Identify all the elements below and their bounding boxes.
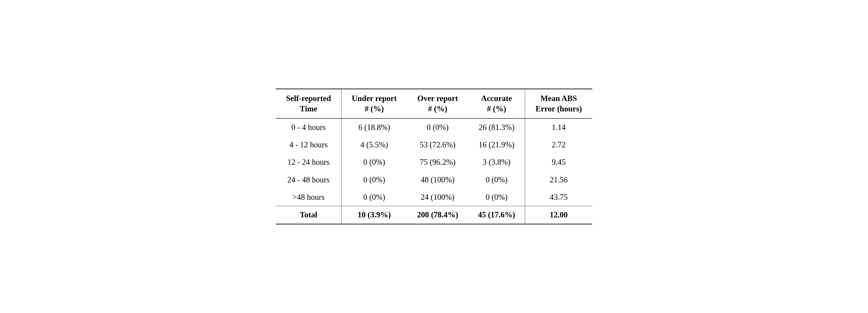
cell-time: 12 - 24 hours: [276, 153, 341, 171]
total-row: Total 10 (3.9%) 200 (78.4%) 45 (17.6%) 1…: [276, 206, 592, 224]
cell-time: 4 - 12 hours: [276, 136, 341, 153]
cell-under: 4 (5.5%): [341, 136, 407, 153]
cell-over: 0 (0%): [407, 118, 468, 136]
cell-mean: 2.72: [525, 136, 592, 153]
cell-over: 48 (100%): [407, 171, 468, 188]
header-col3: Over report # (%): [407, 89, 468, 118]
table-container: Self-reported Time Under report # (%) Ov…: [276, 89, 592, 224]
header-col4: Accurate # (%): [468, 89, 525, 118]
header-col1: Self-reported Time: [276, 89, 341, 118]
table-row: 4 - 12 hours 4 (5.5%) 53 (72.6%) 16 (21.…: [276, 136, 592, 153]
cell-accurate: 16 (21.9%): [468, 136, 525, 153]
cell-time: 24 - 48 hours: [276, 171, 341, 188]
table-row: 0 - 4 hours 6 (18.8%) 0 (0%) 26 (81.3%) …: [276, 118, 592, 136]
data-table: Self-reported Time Under report # (%) Ov…: [276, 89, 592, 224]
cell-over: 75 (96.2%): [407, 153, 468, 171]
header-row: Self-reported Time Under report # (%) Ov…: [276, 89, 592, 118]
cell-mean: 43.75: [525, 188, 592, 206]
header-col5: Mean ABS Error (hours): [525, 89, 592, 118]
total-accurate: 45 (17.6%): [468, 206, 525, 224]
header-col2: Under report # (%): [341, 89, 407, 118]
total-label: Total: [276, 206, 341, 224]
cell-mean: 21.56: [525, 171, 592, 188]
cell-under: 0 (0%): [341, 188, 407, 206]
cell-accurate: 0 (0%): [468, 188, 525, 206]
cell-accurate: 3 (3.8%): [468, 153, 525, 171]
cell-mean: 9.45: [525, 153, 592, 171]
cell-under: 6 (18.8%): [341, 118, 407, 136]
total-under: 10 (3.9%): [341, 206, 407, 224]
cell-time: 0 - 4 hours: [276, 118, 341, 136]
table-row: 12 - 24 hours 0 (0%) 75 (96.2%) 3 (3.8%)…: [276, 153, 592, 171]
cell-under: 0 (0%): [341, 153, 407, 171]
cell-over: 24 (100%): [407, 188, 468, 206]
total-mean: 12.00: [525, 206, 592, 224]
cell-over: 53 (72.6%): [407, 136, 468, 153]
cell-mean: 1.14: [525, 118, 592, 136]
table-row: 24 - 48 hours 0 (0%) 48 (100%) 0 (0%) 21…: [276, 171, 592, 188]
cell-time: >48 hours: [276, 188, 341, 206]
table-row: >48 hours 0 (0%) 24 (100%) 0 (0%) 43.75: [276, 188, 592, 206]
cell-accurate: 0 (0%): [468, 171, 525, 188]
total-over: 200 (78.4%): [407, 206, 468, 224]
cell-accurate: 26 (81.3%): [468, 118, 525, 136]
cell-under: 0 (0%): [341, 171, 407, 188]
